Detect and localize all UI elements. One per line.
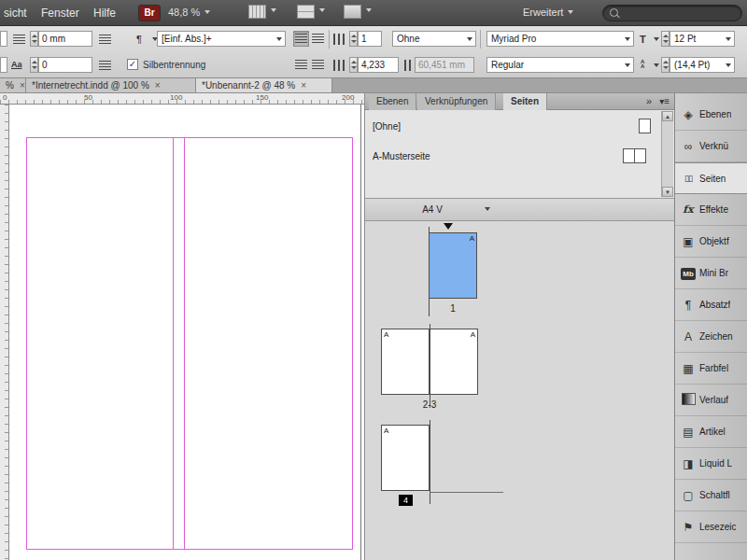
leading-stepper[interactable] — [661, 57, 669, 73]
dock-item-mini-bridge[interactable]: MbMini Br — [675, 258, 747, 289]
gutter-field[interactable] — [358, 57, 399, 73]
page-thumbnail-4[interactable]: A — [381, 425, 430, 491]
dock-item-verlauf[interactable]: Verlauf — [675, 385, 747, 416]
dock-item-schaltflaechen[interactable]: ▢Schaltfl — [675, 480, 747, 511]
page-number-1[interactable]: 1 — [429, 303, 477, 314]
search-box[interactable] — [602, 5, 742, 21]
arrange-documents-button[interactable] — [344, 5, 372, 21]
menu-hilfe[interactable]: Hilfe — [93, 7, 116, 20]
scroll-up-icon[interactable]: ▲ — [662, 111, 673, 121]
dock-item-verknuepfungen[interactable]: ∞Verknü — [675, 131, 747, 162]
column-guide-right[interactable] — [184, 137, 185, 549]
dropdown-arrow-icon — [467, 37, 472, 41]
dock-label: Absatzf — [699, 300, 730, 310]
character-styles-icon: A — [680, 330, 697, 343]
menu-fenster[interactable]: Fenster — [41, 7, 79, 20]
indent-stepper[interactable] — [30, 31, 38, 47]
master-a-spread-icon-right[interactable] — [634, 148, 646, 163]
columns-field[interactable] — [358, 31, 382, 47]
leading-dropdown[interactable]: (14,4 Pt) — [669, 57, 735, 73]
margin-guide-left[interactable] — [26, 137, 27, 549]
indent-field[interactable] — [38, 31, 92, 47]
baseline-field[interactable] — [38, 57, 92, 73]
tab-seiten[interactable]: Seiten — [503, 93, 547, 110]
gutter-icon — [333, 60, 345, 71]
master-a-label[interactable]: A-Musterseite — [373, 151, 430, 161]
collapse-panel-icon[interactable]: » — [646, 95, 652, 106]
panel-menu-icon[interactable]: ▾≡ — [659, 96, 669, 106]
leading-value: (14,4 Pt) — [674, 60, 710, 70]
masters-scrollbar[interactable]: ▲ ▼ — [661, 111, 673, 197]
master-none-page-icon[interactable] — [639, 119, 651, 133]
font-size-dropdown[interactable]: 12 Pt — [669, 31, 735, 47]
align-top-button[interactable] — [293, 57, 309, 73]
font-size-value: 12 Pt — [674, 34, 696, 44]
align-justify-button[interactable] — [310, 31, 326, 47]
hyphenation-checkbox[interactable]: ✓ — [127, 59, 138, 70]
columns-stepper[interactable] — [349, 31, 358, 47]
column-guide-left[interactable] — [173, 137, 174, 549]
dock-item-effekte[interactable]: fxEffekte — [675, 194, 747, 226]
view-options-button[interactable] — [248, 5, 276, 21]
margin-guide-right[interactable] — [352, 137, 353, 549]
dock-item-liquid-layout[interactable]: ◨Liquid L — [675, 448, 747, 480]
font-size-stepper[interactable] — [661, 31, 669, 47]
align-bottom-button[interactable] — [310, 57, 326, 73]
document-tab-clipped[interactable]: %× — [0, 78, 26, 92]
workspace-switcher[interactable]: Erweitert — [523, 7, 573, 18]
vertical-ruler[interactable] — [0, 105, 9, 560]
document-tab-unbenannt-2[interactable]: *Unbenannt-2 @ 48 %× — [196, 78, 332, 92]
horizontal-ruler[interactable]: 0 50 100 150 200 — [0, 93, 364, 105]
document-tab-internetrecht[interactable]: *Internetrecht.indd @ 100 %× — [26, 78, 196, 92]
dock-label: Effekte — [699, 204, 728, 215]
menu-ansicht[interactable]: sicht — [4, 7, 27, 20]
baseline-stepper[interactable] — [30, 57, 38, 73]
search-input[interactable] — [622, 7, 738, 20]
scroll-down-icon[interactable]: ▼ — [662, 187, 673, 197]
dock-item-artikel[interactable]: ▤Artikel — [675, 416, 747, 448]
master-none-label[interactable]: [Ohne] — [373, 121, 401, 132]
ruler-tick-label: 100 — [170, 93, 182, 102]
page-number-2-3[interactable]: 2-3 — [402, 399, 458, 410]
tab-ebenen[interactable]: Ebenen — [369, 93, 416, 110]
close-icon[interactable]: × — [20, 80, 25, 91]
dock-item-seiten[interactable]: ▯▯Seiten — [675, 162, 747, 194]
close-icon[interactable]: × — [301, 80, 306, 91]
font-family-dropdown[interactable]: Myriad Pro — [486, 31, 634, 47]
screen-mode-button[interactable] — [297, 5, 325, 21]
dock-item-lesezeichen[interactable]: ⚑Lesezeic — [675, 511, 747, 543]
page-thumbnail-1[interactable]: A — [429, 232, 477, 299]
page-number-4[interactable]: 4 — [399, 495, 413, 506]
font-style-dropdown[interactable]: Regular — [486, 57, 634, 73]
pages-icon: ▯▯ — [680, 174, 697, 183]
pages-thumbnails: A 1 A A 2-3 A 4 — [365, 221, 674, 560]
align-left-button[interactable] — [293, 31, 309, 47]
paragraph-style-dropdown[interactable]: [Einf. Abs.]+ — [157, 31, 286, 47]
clipped-field — [0, 57, 7, 73]
dock-item-absatzformate[interactable]: ¶Absatzf — [675, 289, 747, 321]
zoom-level-dropdown[interactable]: 48,8 % — [168, 7, 210, 18]
paragraph-mark-icon[interactable]: ¶ — [136, 34, 142, 45]
page-size-dropdown[interactable]: A4 V — [373, 202, 492, 217]
separator — [480, 30, 481, 49]
dock-item-objektformate[interactable]: ▣Objektf — [675, 226, 747, 258]
page-thumbnail-2[interactable]: A — [381, 329, 430, 395]
bridge-button[interactable]: Br — [138, 5, 161, 21]
first-line-indent-icon — [99, 35, 111, 44]
dock-item-farbfelder[interactable]: ▦Farbfel — [675, 353, 747, 385]
gutter-stepper[interactable] — [349, 57, 358, 73]
masters-section: [Ohne] A-Musterseite ▲ ▼ — [365, 110, 674, 199]
document-area[interactable]: 0 50 100 150 200 — [0, 93, 364, 560]
dock-item-ebenen[interactable]: ◈Ebenen — [675, 99, 747, 131]
margin-guide-bottom[interactable] — [26, 549, 353, 550]
bookmarks-icon: ⚑ — [680, 521, 697, 534]
dock-label: Verknü — [699, 141, 728, 151]
ruler-tick-label: 0 — [3, 93, 7, 102]
dock-item-zeichenformate[interactable]: AZeichen — [675, 321, 747, 353]
wrap-dropdown[interactable]: Ohne — [392, 31, 476, 47]
master-letter: A — [471, 331, 475, 339]
margin-guide-top[interactable] — [26, 137, 353, 138]
close-icon[interactable]: × — [155, 80, 161, 91]
page-thumbnail-3[interactable]: A — [430, 329, 478, 395]
tab-verknuepfungen[interactable]: Verknüpfungen — [417, 93, 496, 110]
